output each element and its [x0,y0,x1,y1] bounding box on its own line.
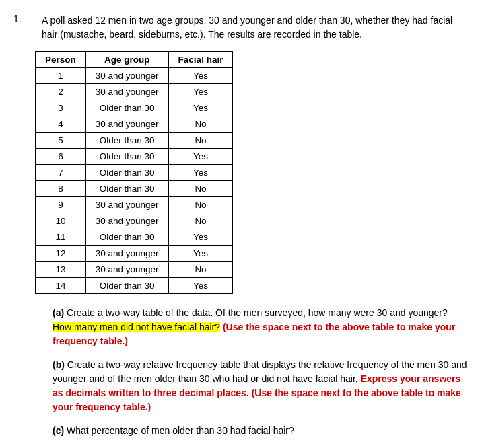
table-row: 130 and youngerYes [36,68,233,84]
question-block: 1. A poll asked 12 men in two age groups… [13,13,469,448]
cell-person: 7 [36,165,86,181]
cell-age: 30 and younger [85,84,168,100]
part-b: (b) Create a two-way relative frequency … [53,358,469,414]
cell-hair: No [168,197,233,213]
table-row: 1230 and youngerYes [36,246,233,262]
cell-hair: Yes [168,229,233,246]
cell-age: 30 and younger [85,213,168,229]
data-table: Person Age group Facial hair 130 and you… [35,51,233,294]
cell-person: 3 [36,100,86,116]
table-row: 8Older than 30No [36,181,233,197]
part-a: (a) Create a two-way table of the data. … [53,306,469,348]
question-number: 1. [13,13,26,448]
cell-hair: Yes [168,68,233,84]
cell-age: 30 and younger [85,116,168,133]
table-row: 3Older than 30Yes [36,100,233,116]
cell-age: 30 and younger [85,68,168,84]
table-row: 430 and youngerNo [36,116,233,133]
cell-person: 2 [36,84,86,100]
cell-age: Older than 30 [85,100,168,116]
cell-hair: No [168,213,233,229]
part-a-highlight: How many men did not have facial hair? [53,322,220,332]
col-header-hair: Facial hair [168,52,233,68]
cell-hair: No [168,262,233,278]
cell-person: 9 [36,197,86,213]
intro-text: A poll asked 12 men in two age groups, 3… [28,13,469,42]
cell-person: 5 [36,133,86,149]
table-row: 1030 and youngerNo [36,213,233,229]
table-row: 1330 and youngerNo [36,262,233,278]
cell-hair: Yes [168,165,233,181]
cell-person: 6 [36,149,86,165]
cell-hair: Yes [168,246,233,262]
cell-hair: Yes [168,149,233,165]
cell-age: 30 and younger [85,262,168,278]
cell-person: 13 [36,262,86,278]
cell-person: 11 [36,229,86,246]
part-c: (c) What percentage of men older than 30… [53,424,469,438]
cell-person: 8 [36,181,86,197]
table-row: 230 and youngerYes [36,84,233,100]
part-c-label: (c) [53,425,64,436]
cell-age: 30 and younger [85,246,168,262]
parts-section: (a) Create a two-way table of the data. … [28,306,469,438]
cell-person: 1 [36,68,86,84]
table-row: 11Older than 30Yes [36,229,233,246]
part-a-label: (a) [53,307,64,318]
cell-age: Older than 30 [85,278,168,294]
table-row: 7Older than 30Yes [36,165,233,181]
cell-age: Older than 30 [85,229,168,246]
cell-person: 12 [36,246,86,262]
cell-person: 10 [36,213,86,229]
cell-age: Older than 30 [85,165,168,181]
cell-hair: No [168,116,233,133]
col-header-age: Age group [85,52,168,68]
part-b-label: (b) [53,359,65,370]
cell-age: Older than 30 [85,149,168,165]
part-c-text: What percentage of men older than 30 had… [67,425,294,436]
cell-person: 14 [36,278,86,294]
cell-hair: Yes [168,278,233,294]
cell-age: 30 and younger [85,197,168,213]
table-row: 6Older than 30Yes [36,149,233,165]
cell-hair: No [168,133,233,149]
cell-hair: Yes [168,100,233,116]
table-row: 14Older than 30Yes [36,278,233,294]
table-row: 930 and youngerNo [36,197,233,213]
table-row: 5Older than 30No [36,133,233,149]
data-table-container: Person Age group Facial hair 130 and you… [35,51,469,294]
cell-age: Older than 30 [85,133,168,149]
cell-person: 4 [36,116,86,133]
cell-hair: Yes [168,84,233,100]
cell-hair: No [168,181,233,197]
col-header-person: Person [36,52,86,68]
part-b-highlight: Express your answers as decimals written… [53,373,461,412]
cell-age: Older than 30 [85,181,168,197]
